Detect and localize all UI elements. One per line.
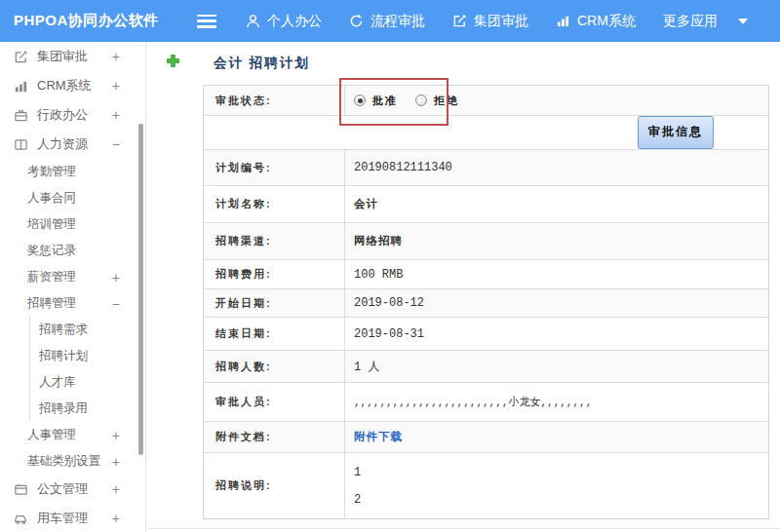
content-bottom-divider (147, 528, 780, 529)
field-label: 计划编号: (204, 150, 345, 185)
attachment-download-link[interactable]: 附件下载 (354, 430, 403, 444)
user-icon (246, 14, 260, 28)
description-line: 1 (354, 466, 361, 479)
nav-item-personal-office[interactable]: 个人办公 (246, 13, 322, 30)
field-label: 审批状态: (204, 86, 345, 115)
chevron-down-icon[interactable] (738, 19, 748, 24)
field-value: 1 2 (345, 453, 768, 518)
field-label: 招聘渠道: (204, 223, 345, 259)
expand-icon[interactable]: + (112, 428, 120, 443)
nav-item-group-approval[interactable]: 集团审批 (452, 13, 528, 30)
sidebar-item-hr[interactable]: 人力资源 − (0, 130, 145, 159)
recruit-plan-detail-table: 审批状态: 批准 拒绝 审批信息 计划编号: 20190812111340 计划… (203, 85, 769, 519)
sidebar-item-attendance[interactable]: 考勤管理 (0, 159, 145, 185)
field-label: 开始日期: (204, 289, 345, 317)
sidebar-item-documents[interactable]: 公文管理 + (0, 475, 145, 504)
sidebar-item-rewards[interactable]: 奖惩记录 (0, 238, 145, 264)
sidebar-item-recruit-demand[interactable]: 招聘需求 (30, 317, 145, 343)
expand-icon[interactable]: + (112, 481, 120, 497)
page-title: 会计 招聘计划 (166, 54, 310, 72)
field-value: 20190812111340 (345, 150, 768, 185)
table-row-channel: 招聘渠道: 网络招聘 (204, 223, 768, 260)
table-row-attachment: 附件文档: 附件下载 (204, 422, 768, 453)
field-label: 结束日期: (204, 318, 345, 350)
field-value: 网络招聘 (345, 223, 768, 259)
expand-icon[interactable]: + (112, 49, 120, 64)
table-row-cost: 招聘费用: 100 RMB (204, 260, 768, 289)
table-row-headcount: 招聘人数: 1 人 (204, 351, 768, 383)
sidebar-item-hr-contract[interactable]: 人事合同 (0, 185, 145, 211)
briefcase-icon (14, 108, 29, 123)
status-radio-group: 批准 拒绝 (345, 86, 768, 115)
collapse-icon[interactable]: − (112, 136, 120, 152)
sidebar-item-recruit-mgmt[interactable]: 招聘管理 − (0, 290, 145, 317)
expand-icon[interactable]: + (112, 454, 120, 470)
expand-icon[interactable]: + (112, 107, 120, 123)
sidebar-item-vehicle[interactable]: 用车管理 + (0, 504, 145, 532)
recruit-submenu: 招聘需求 招聘计划 人才库 招聘录用 (29, 317, 145, 422)
field-label: 计划名称: (204, 186, 345, 222)
top-nav-menu: 个人办公 流程审批 集团审批 CRM系统 (246, 13, 748, 30)
field-label: 招聘费用: (204, 260, 345, 288)
expand-icon[interactable]: + (112, 270, 120, 285)
car-icon (14, 512, 29, 526)
sidebar-item-salary[interactable]: 薪资管理 + (0, 264, 145, 290)
field-value: ,,,,,,,,,,,,,,,,,,,,,,,,小龙女,,,,,,,, (345, 383, 768, 421)
field-value: 附件下载 (345, 422, 768, 452)
radio-approve[interactable] (354, 95, 366, 106)
table-row-approvers: 审批人员: ,,,,,,,,,,,,,,,,,,,,,,,,小龙女,,,,,,,… (204, 383, 768, 422)
sidebar-scrollbar[interactable] (138, 124, 143, 455)
field-value: 2019-08-31 (345, 318, 768, 350)
radio-reject-label[interactable]: 拒绝 (434, 94, 459, 108)
table-row-status: 审批状态: 批准 拒绝 (204, 86, 768, 116)
chart-icon (556, 14, 570, 28)
field-value: 100 RMB (345, 260, 768, 288)
field-label: 审批人员: (204, 383, 345, 421)
approval-info-button[interactable]: 审批信息 (638, 116, 714, 149)
sidebar-item-personnel-mgmt[interactable]: 人事管理 + (0, 422, 145, 448)
sidebar-item-talent-pool[interactable]: 人才库 (30, 369, 145, 396)
document-icon (14, 482, 29, 497)
table-row-start-date: 开始日期: 2019-08-12 (204, 289, 768, 318)
table-row-plan-name: 计划名称: 会计 (204, 186, 768, 223)
edit-square-icon (14, 50, 29, 64)
table-row-plan-no: 计划编号: 20190812111340 (204, 150, 768, 186)
field-value: 会计 (345, 186, 768, 222)
table-row-button: 审批信息 (204, 116, 768, 150)
field-label: 招聘人数: (204, 351, 345, 382)
nav-item-process-approval[interactable]: 流程审批 (349, 13, 425, 30)
app-logo: PHPOA协同办公软件 (0, 12, 168, 30)
sidebar-item-recruit-plan[interactable]: 招聘计划 (30, 343, 145, 369)
collapse-icon[interactable]: − (112, 296, 120, 312)
field-label: 招聘说明: (204, 453, 345, 518)
nav-item-crm[interactable]: CRM系统 (556, 13, 636, 30)
table-row-description: 招聘说明: 1 2 (204, 453, 768, 518)
sidebar-item-training[interactable]: 培训管理 (0, 211, 145, 238)
nav-item-more-apps[interactable]: 更多应用 (663, 13, 748, 30)
expand-icon[interactable]: + (112, 78, 120, 94)
table-row-end-date: 结束日期: 2019-08-31 (204, 318, 768, 351)
radio-reject[interactable] (415, 95, 427, 106)
edit-icon (452, 14, 467, 28)
field-value: 2019-08-12 (345, 289, 768, 317)
field-value: 1 人 (345, 351, 768, 382)
radio-approve-label[interactable]: 批准 (372, 94, 398, 108)
expand-icon[interactable]: + (112, 511, 120, 526)
menu-toggle-icon[interactable] (197, 15, 216, 28)
bar-chart-icon (14, 79, 29, 94)
add-plus-icon (166, 54, 180, 72)
top-navbar: PHPOA协同办公软件 个人办公 流程审批 (0, 0, 780, 42)
book-icon (14, 137, 29, 152)
sidebar-item-admin-office[interactable]: 行政办公 + (0, 100, 145, 130)
sidebar-item-crm[interactable]: CRM系统 + (0, 71, 145, 100)
main-content: 会计 招聘计划 审批状态: 批准 拒绝 审批信息 计划编号: 201908121… (147, 42, 780, 532)
sidebar-item-group-approval[interactable]: 集团审批 + (0, 42, 145, 71)
sidebar-nav: 集团审批 + CRM系统 + 行政办公 + 人力资源 − 考勤管理 (0, 42, 146, 532)
description-line: 2 (354, 493, 361, 507)
process-icon (349, 14, 364, 28)
sidebar-item-recruit-hire[interactable]: 招聘录用 (30, 396, 145, 422)
sidebar-item-base-category[interactable]: 基础类别设置 + (0, 448, 145, 475)
page-title-text: 会计 招聘计划 (214, 55, 310, 72)
field-label: 附件文档: (204, 422, 345, 452)
